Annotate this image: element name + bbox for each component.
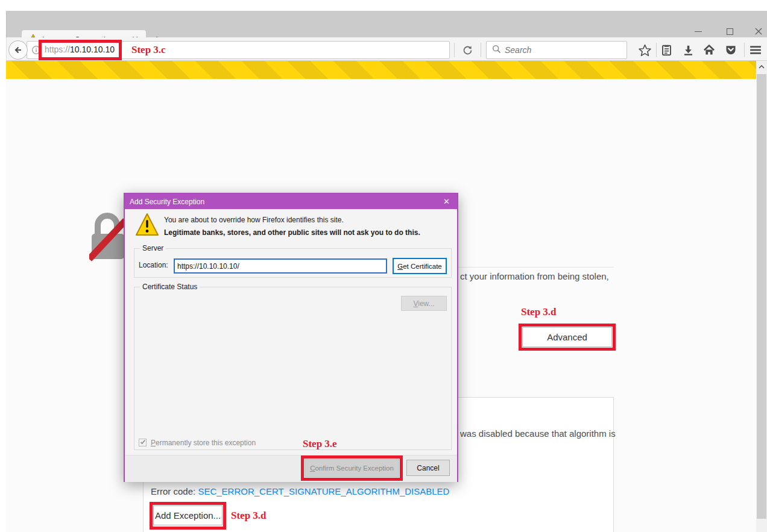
annotation-step-3e: Step 3.e [303,438,337,450]
annotation-step-3d-advanced: Step 3.d [521,306,557,318]
certificate-status-group: Certificate Status [134,287,452,450]
permanently-store-label: Permanently store this exception [151,439,256,447]
annotation-step-3d-add-exception: Step 3.d [231,510,267,522]
location-label: Location: [139,261,168,269]
location-input[interactable] [174,258,387,274]
home-button[interactable] [701,42,717,58]
checkmark-icon [140,439,145,445]
screen: Insecure Connection ✕ + https://10.10.10… [0,0,767,532]
maximize-icon [727,28,733,35]
dialog-warning-secondary: Legitimate banks, stores, and other publ… [164,228,420,237]
window-close-button[interactable] [750,24,767,39]
scrollbar-up-button[interactable] [756,61,767,72]
annotation-step-3c: Step 3.c [131,44,166,56]
pocket-shield-icon [725,44,737,56]
annotation-box-confirm [301,455,403,481]
hamburger-icon [750,45,762,55]
toolbar-separator [481,43,481,57]
view-button[interactable]: View... [401,296,447,311]
toolbar-separator [744,43,745,57]
dialog-title: Add Security Exception [130,198,441,206]
error-code-line: Error code: SEC_ERROR_CERT_SIGNATURE_ALG… [151,486,449,496]
cancel-button[interactable]: Cancel [406,460,450,476]
get-certificate-button[interactable]: Get Certificate [393,258,447,274]
permanently-store-checkbox[interactable] [139,439,147,446]
search-input[interactable] [505,42,627,58]
menu-button[interactable] [748,42,763,58]
downloads-button[interactable] [680,42,696,58]
add-security-exception-dialog: Add Security Exception ✕ You are about t… [124,193,458,482]
minimize-button[interactable] [689,24,707,39]
page-text-fragment: ct your information from being stolen, [460,271,609,281]
bookmark-star-button[interactable] [637,42,652,58]
window-titlebar[interactable]: Insecure Connection ✕ + [6,11,767,37]
search-bar[interactable] [486,41,627,59]
star-icon [639,44,651,57]
broken-lock-icon [89,211,128,264]
home-icon [703,44,715,56]
certificate-status-legend: Certificate Status [140,283,200,291]
bookmarks-menu-button[interactable] [658,42,674,58]
annotation-box-url [39,40,122,60]
dialog-close-icon[interactable]: ✕ [441,197,452,206]
error-code-link[interactable]: SEC_ERROR_CERT_SIGNATURE_ALGORITHM_DISAB… [198,486,449,496]
server-group-legend: Server [140,244,166,252]
chevron-up-icon [759,65,765,69]
dialog-warning-icon [134,212,160,239]
annotation-box-add-exception [150,502,226,530]
dialog-warning-primary: You are about to override how Firefox id… [164,216,344,224]
bookmarks-icon [661,45,672,56]
back-arrow-icon [13,45,23,55]
reload-button[interactable] [459,43,475,57]
error-details-fragment: was disabled because that algorithm is [460,428,616,439]
back-button[interactable] [8,40,28,60]
maximize-button[interactable] [721,24,739,39]
toolbar-separator [454,43,455,57]
page-scrollbar[interactable] [756,61,767,532]
toolbar-separator [656,43,657,57]
scrollbar-thumb[interactable] [757,74,766,519]
close-icon [755,28,762,35]
dialog-titlebar[interactable]: Add Security Exception ✕ [125,194,457,209]
annotation-box-advanced [519,324,616,351]
minimize-icon [695,31,702,32]
reload-icon [462,45,473,55]
insecure-warning-banner [6,61,756,79]
error-code-label: Error code: [151,486,198,496]
search-icon [492,45,501,56]
pocket-button[interactable] [723,42,739,58]
download-icon [683,45,694,56]
